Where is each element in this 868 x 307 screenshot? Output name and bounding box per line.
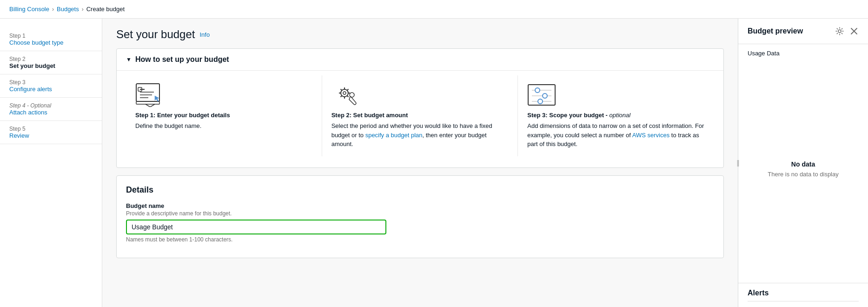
budget-name-label: Budget name [126, 202, 714, 209]
page-title: Set your budget Info [116, 28, 724, 41]
sidebar-step-4[interactable]: Step 4 - Optional Attach actions [0, 98, 102, 121]
breadcrumb-billing-console[interactable]: Billing Console [9, 6, 49, 13]
details-card: Details Budget name Provide a descriptiv… [116, 175, 724, 258]
how-to-step-2: Step 2: Set budget amount Select the per… [322, 75, 518, 156]
sidebar: Step 1 Choose budget type Step 2 Set you… [0, 19, 102, 307]
content-area: Set your budget Info ▼ How to set up you… [102, 19, 738, 307]
breadcrumb-sep-2: › [82, 6, 84, 13]
budget-amount-icon [331, 83, 361, 107]
sidebar-step-2[interactable]: Step 2 Set your budget [0, 51, 102, 74]
right-panel-body: Usage Data No data There is no data to d… [738, 44, 868, 283]
right-panel-title: Budget preview [748, 27, 803, 35]
breadcrumb-sep-1: › [52, 6, 54, 13]
how-to-step-3-title: Step 3: Scope your budget - optional [527, 112, 705, 119]
svg-line-17 [347, 89, 348, 91]
close-icon-button[interactable] [849, 27, 859, 36]
budget-name-field: Budget name Provide a descriptive name f… [126, 202, 714, 243]
svg-line-16 [347, 96, 348, 97]
svg-point-10 [343, 92, 346, 94]
steps-grid: Step 1: Enter your budget details Define… [126, 75, 714, 156]
sidebar-step-1-name[interactable]: Choose budget type [9, 39, 93, 46]
how-to-step-2-title: Step 2: Set budget amount [331, 112, 509, 119]
aws-services-link[interactable]: AWS services [632, 132, 669, 139]
how-to-card: ▼ How to set up your budget [116, 48, 724, 168]
details-title: Details [126, 185, 714, 195]
main-layout: Step 1 Choose budget type Step 2 Set you… [0, 19, 868, 307]
svg-point-22 [535, 88, 540, 93]
breadcrumb-budgets[interactable]: Budgets [57, 6, 79, 13]
sidebar-step-4-name[interactable]: Attach actions [9, 109, 93, 116]
sidebar-step-3-label: Step 3 [9, 79, 93, 86]
svg-point-9 [341, 89, 348, 97]
how-to-card-header[interactable]: ▼ How to set up your budget [117, 49, 723, 70]
how-to-step-3-desc: Add dimensions of data to narrow on a se… [527, 121, 705, 149]
breadcrumb-current: Create budget [86, 6, 125, 13]
no-data-container: No data There is no data to display [748, 60, 859, 277]
right-panel-header: Budget preview [738, 19, 868, 44]
how-to-step-2-desc: Select the period and whether you would … [331, 121, 509, 149]
sidebar-step-3[interactable]: Step 3 Configure alerts [0, 74, 102, 98]
budget-name-note: Names must be between 1-100 characters. [126, 236, 714, 243]
budget-name-hint: Provide a descriptive name for this budg… [126, 210, 714, 217]
sidebar-step-1-label: Step 1 [9, 33, 93, 39]
svg-point-24 [543, 93, 547, 98]
scope-budget-icon [527, 83, 557, 107]
sidebar-step-5-label: Step 5 [9, 126, 93, 132]
how-to-step-1-title: Step 1: Enter your budget details [135, 112, 312, 119]
how-to-step-3: Step 3: Scope your budget - optional Add… [518, 75, 714, 156]
right-panel: Budget preview ‖ Usage Data [738, 19, 868, 307]
svg-point-26 [538, 99, 543, 104]
sidebar-step-2-label: Step 2 [9, 56, 93, 62]
right-panel-footer: Alerts [738, 283, 868, 307]
how-to-section-title: How to set up your budget [135, 55, 229, 64]
settings-icon-button[interactable] [835, 26, 845, 36]
alerts-divider [748, 301, 859, 301]
svg-line-2 [146, 104, 150, 107]
usage-data-label: Usage Data [748, 50, 859, 57]
svg-line-15 [340, 89, 342, 91]
svg-point-19 [350, 93, 354, 97]
how-to-card-body: Step 1: Enter your budget details Define… [117, 70, 723, 167]
no-data-sub: There is no data to display [768, 171, 838, 178]
info-link[interactable]: Info [199, 31, 210, 38]
budget-name-input[interactable] [126, 220, 386, 234]
toggle-icon: ▼ [126, 56, 132, 63]
sidebar-step-1[interactable]: Step 1 Choose budget type [0, 28, 102, 51]
how-to-step-1: Step 1: Enter your budget details Define… [126, 75, 322, 156]
alerts-title: Alerts [748, 289, 859, 297]
optional-text: optional [610, 112, 631, 119]
sidebar-step-5[interactable]: Step 5 Review [0, 121, 102, 144]
sidebar-step-3-name[interactable]: Configure alerts [9, 86, 93, 93]
how-to-step-1-desc: Define the budget name. [135, 121, 312, 131]
resize-handle[interactable]: ‖ [736, 159, 740, 167]
budget-details-icon [135, 83, 165, 107]
sidebar-step-5-name[interactable]: Review [9, 132, 93, 139]
sidebar-step-4-label: Step 4 - Optional [9, 102, 93, 109]
no-data-title: No data [791, 160, 815, 168]
right-panel-icons [835, 26, 859, 36]
sidebar-step-2-name: Set your budget [9, 62, 93, 69]
specify-link[interactable]: specify a budget plan [365, 132, 423, 139]
svg-point-27 [838, 30, 841, 33]
svg-line-18 [340, 96, 342, 97]
svg-line-3 [150, 104, 155, 107]
breadcrumb: Billing Console › Budgets › Create budge… [0, 0, 868, 19]
